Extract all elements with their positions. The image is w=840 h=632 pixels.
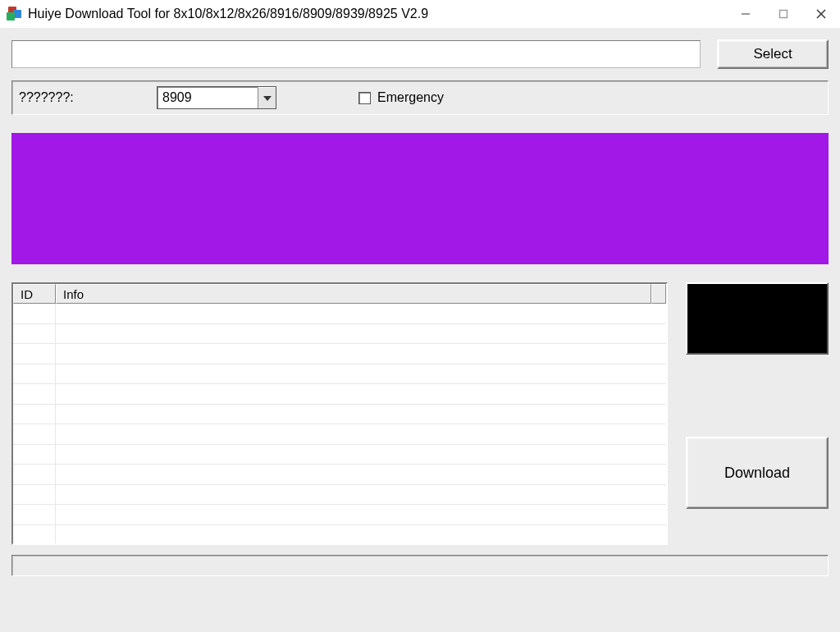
lower-area: ID Info Download <box>11 282 829 545</box>
window-controls <box>727 0 840 28</box>
table-row[interactable] <box>13 465 666 485</box>
download-button[interactable]: Download <box>686 437 829 509</box>
maximize-icon <box>778 9 788 19</box>
maximize-button[interactable] <box>765 0 802 28</box>
preview-button[interactable] <box>686 282 829 355</box>
platform-combobox[interactable]: 8909 <box>157 86 276 109</box>
status-bar <box>11 555 829 576</box>
table-row[interactable] <box>13 364 666 385</box>
svg-marker-4 <box>263 96 272 101</box>
emergency-label: Emergency <box>377 90 444 105</box>
table-body <box>13 304 666 543</box>
svg-rect-1 <box>780 11 788 18</box>
table-row[interactable] <box>13 304 666 324</box>
emergency-checkbox[interactable]: Emergency <box>358 90 444 105</box>
chevron-down-icon[interactable] <box>258 87 276 108</box>
close-icon <box>816 9 826 19</box>
minimize-icon <box>741 9 751 19</box>
close-button[interactable] <box>802 0 840 28</box>
checkbox-box-icon <box>358 92 371 104</box>
side-column: Download <box>686 282 829 545</box>
window-title: Huiye Download Tool for 8x10/8x12/8x26/8… <box>28 7 428 21</box>
firmware-path-input[interactable] <box>11 40 701 68</box>
column-header-gap <box>651 284 666 304</box>
table-row[interactable] <box>13 485 666 506</box>
table-row[interactable] <box>13 384 666 405</box>
table-row[interactable] <box>13 405 666 425</box>
file-row: Select <box>11 39 829 69</box>
minimize-button[interactable] <box>727 0 765 28</box>
platform-value: 8909 <box>158 87 258 108</box>
client-area: Select ???????: 8909 Emergency ID Info <box>0 28 840 632</box>
config-panel: ???????: 8909 Emergency <box>11 80 829 115</box>
table-row[interactable] <box>13 424 666 445</box>
select-button[interactable]: Select <box>717 39 829 69</box>
status-display-panel <box>11 133 829 264</box>
table-row[interactable] <box>13 344 666 364</box>
column-header-info[interactable]: Info <box>56 284 651 304</box>
table-row[interactable] <box>13 445 666 465</box>
table-row[interactable] <box>13 525 666 544</box>
app-icon <box>7 7 21 21</box>
table-row[interactable] <box>13 324 666 345</box>
column-header-id[interactable]: ID <box>13 284 56 304</box>
table-header: ID Info <box>13 284 666 304</box>
table-row[interactable] <box>13 505 666 525</box>
log-table[interactable]: ID Info <box>11 282 668 545</box>
platform-label: ???????: <box>19 90 148 105</box>
titlebar: Huiye Download Tool for 8x10/8x12/8x26/8… <box>0 0 840 28</box>
